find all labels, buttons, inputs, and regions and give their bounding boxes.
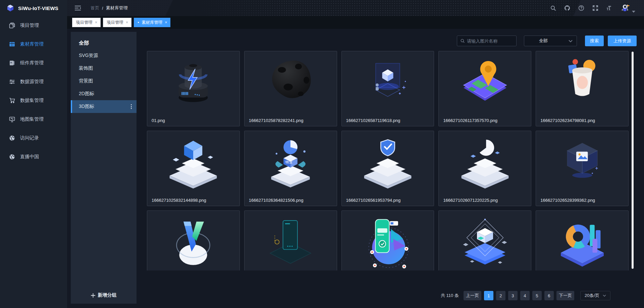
pagination-page-4[interactable]: 4 <box>520 291 530 300</box>
category-item-all[interactable]: 全部 <box>71 37 137 49</box>
image-card[interactable]: 1666271026561953794.png <box>341 131 434 206</box>
pagination-next-button[interactable]: 下一页 <box>556 291 574 300</box>
image-card[interactable]: 1666271026528399362.png <box>536 131 629 206</box>
card-art-text: 物业 <box>285 160 292 164</box>
workspace: 全部 SVG资源 装饰图 背景图 2D图标 3D图标 新增分组 <box>67 29 644 308</box>
card-art-phone-ar-icon <box>342 212 434 270</box>
image-card[interactable] <box>147 210 240 270</box>
image-card[interactable]: 1666271025878282241.png <box>244 51 337 126</box>
card-art-photo-cube-icon <box>536 132 628 192</box>
sidebar-fold-icon[interactable] <box>74 5 81 11</box>
image-card[interactable]: 1666271026587119618.png <box>341 51 434 126</box>
image-card-grid: 01.png 16662710258 <box>147 51 629 270</box>
card-art-cup-shapes-icon <box>536 53 628 112</box>
project-copy-icon <box>9 22 15 28</box>
help-icon[interactable] <box>578 5 584 11</box>
sidebar-item-atlas-mgmt[interactable]: 地图集管理 <box>0 110 67 129</box>
pagination-page-5[interactable]: 5 <box>532 291 542 300</box>
sidebar-item-access-log[interactable]: 访问记录 <box>0 129 67 147</box>
image-card[interactable] <box>341 210 434 270</box>
image-card[interactable]: 1666271026117357570.png <box>438 51 531 126</box>
add-group-button[interactable]: 新增分组 <box>71 292 137 298</box>
tab-close-icon[interactable]: × <box>126 20 128 25</box>
sidebar-item-component-library[interactable]: ZIP 组件库管理 <box>0 54 67 72</box>
header-actions <box>550 3 644 13</box>
card-art-donut-chart-icon <box>536 212 628 270</box>
category-label: 全部 <box>79 40 89 46</box>
main-sidebar: 项目管理 素材库管理 ZIP 组件库管理 数据源管理 数据集管理 地图集管理 访… <box>0 16 67 308</box>
tab-label: 项目管理 <box>76 20 93 25</box>
pagination-page-1[interactable]: 1 <box>484 291 493 300</box>
tab-close-icon[interactable]: × <box>95 20 97 25</box>
search-icon <box>461 39 465 43</box>
tab-project-mgmt-2[interactable]: 项目管理 × <box>103 18 131 27</box>
category-item-3d-icon[interactable]: 3D图标 <box>71 100 137 113</box>
page-size-select[interactable]: 20条/页 <box>580 291 610 300</box>
image-card[interactable] <box>244 210 337 270</box>
app-logo-cube-icon <box>6 4 15 12</box>
image-card[interactable] <box>438 210 531 270</box>
card-art-dark-tablet-icon <box>245 212 337 270</box>
breadcrumb-current: 素材库管理 <box>106 5 128 11</box>
pagination-page-6[interactable]: 6 <box>544 291 554 300</box>
material-grid-icon <box>9 41 15 47</box>
image-filename: 01.png <box>152 118 165 123</box>
sidebar-item-label: 地图集管理 <box>20 116 44 122</box>
image-filename: 1666271026117357570.png <box>443 118 497 123</box>
sidebar-item-label: 项目管理 <box>20 22 39 28</box>
image-filename: 1666271026364821506.png <box>249 198 304 203</box>
search-icon[interactable] <box>550 5 556 11</box>
breadcrumb-home[interactable]: 首页 <box>91 5 99 11</box>
globe-icon <box>9 154 15 160</box>
image-card[interactable]: 1666271026071220225.png <box>438 131 531 206</box>
image-card[interactable]: 1666271026234798081.png <box>536 51 629 126</box>
tab-project-mgmt-1[interactable]: 项目管理 × <box>72 18 101 27</box>
chevron-down-icon <box>569 40 573 42</box>
pagination-page-3[interactable]: 3 <box>508 291 518 300</box>
sidebar-item-live-china[interactable]: 直播中国 <box>0 147 67 166</box>
search-input[interactable] <box>467 39 513 44</box>
sidebar-item-material-library[interactable]: 素材库管理 <box>0 35 67 54</box>
category-label: 背景图 <box>79 78 93 84</box>
image-card[interactable]: 01.png <box>147 51 240 126</box>
caret-down-icon <box>632 11 635 13</box>
category-item-svg[interactable]: SVG资源 <box>71 49 137 62</box>
tab-material-library[interactable]: ● 素材库管理 × <box>134 18 170 27</box>
fullscreen-icon[interactable] <box>592 5 598 11</box>
pagination: 共 110 条 上一页 1 2 3 4 5 6 下一页 20条/页 <box>441 291 610 300</box>
category-item-decoration[interactable]: 装饰图 <box>71 62 137 75</box>
image-filename: 1666271026071220225.png <box>443 198 498 203</box>
sidebar-item-datasource-mgmt[interactable]: 数据源管理 <box>0 72 67 91</box>
category-item-background[interactable]: 背景图 <box>71 75 137 87</box>
top-header: SiWu-IoT-VIEWS 首页 / 素材库管理 <box>0 0 644 16</box>
card-art-charging-device-icon <box>147 53 239 112</box>
image-filename: 1666271026528399362.png <box>540 198 595 203</box>
header-bar: 首页 / 素材库管理 <box>67 0 644 16</box>
pagination-prev-button[interactable]: 上一页 <box>464 291 481 300</box>
image-card[interactable]: 物业 1666271026364821506.png <box>244 131 337 206</box>
plus-icon <box>91 293 95 298</box>
user-avatar[interactable] <box>621 3 635 13</box>
sidebar-item-dataset-mgmt[interactable]: 数据集管理 <box>0 91 67 110</box>
github-icon[interactable] <box>564 5 570 11</box>
pagination-total: 共 110 条 <box>441 293 459 299</box>
category-item-2d-icon[interactable]: 2D图标 <box>71 87 137 100</box>
svg-text:ZIP: ZIP <box>11 62 12 63</box>
pagination-page-2[interactable]: 2 <box>496 291 505 300</box>
globe-icon <box>9 135 15 141</box>
image-card[interactable] <box>536 210 629 270</box>
sidebar-item-project-mgmt[interactable]: 项目管理 <box>0 16 67 35</box>
sidebar-item-label: 直播中国 <box>20 154 39 160</box>
upload-resource-button[interactable]: 上传资源 <box>608 36 637 46</box>
search-button[interactable]: 搜索 <box>585 36 604 46</box>
image-card[interactable]: 1666271025832144898.png <box>147 131 240 206</box>
category-filter-select[interactable]: 全部 <box>524 36 577 46</box>
more-vertical-icon[interactable] <box>131 104 132 109</box>
card-art-pyramid-shield-icon <box>342 132 434 192</box>
card-art-holo-cube-icon <box>342 53 434 112</box>
open-tabs-bar: 项目管理 × 项目管理 × ● 素材库管理 × <box>67 16 644 29</box>
tab-close-icon[interactable]: × <box>165 20 167 25</box>
grid-scrollbar[interactable] <box>632 52 634 269</box>
sidebar-item-label: 数据集管理 <box>20 98 44 104</box>
font-size-icon[interactable] <box>606 5 612 11</box>
